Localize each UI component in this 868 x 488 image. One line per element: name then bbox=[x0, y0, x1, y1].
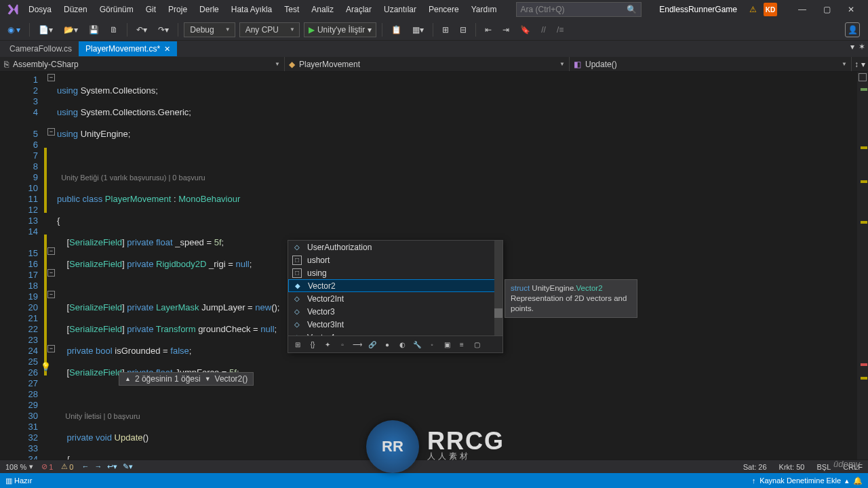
intel-item[interactable]: □ushort bbox=[288, 253, 502, 266]
filter-icon[interactable]: ◦ bbox=[427, 339, 437, 350]
sig-prev-icon[interactable]: ▲ bbox=[125, 375, 131, 382]
nav-assembly[interactable]: ⎘ Assembly-CSharp▼ bbox=[0, 57, 285, 71]
account-avatar[interactable]: KD bbox=[764, 3, 777, 16]
tb-icon-2[interactable]: ▦▾ bbox=[409, 23, 427, 37]
menu-test[interactable]: Test bbox=[279, 2, 304, 17]
close-button[interactable]: ✕ bbox=[840, 1, 863, 18]
lightbulb-icon[interactable]: 💡 bbox=[41, 362, 51, 371]
main-menu: Dosya Düzen Görünüm Git Proje Derle Hata… bbox=[23, 2, 502, 17]
tab-dropdown-icon[interactable]: ▾ bbox=[850, 42, 854, 52]
menu-edit[interactable]: Düzen bbox=[58, 2, 93, 17]
intel-item[interactable]: ◇Vector3 bbox=[288, 305, 502, 318]
save-all-button[interactable]: 🗎 bbox=[106, 23, 121, 37]
nav-back-icon[interactable]: ← bbox=[81, 462, 89, 471]
filter-icon[interactable]: ● bbox=[382, 339, 393, 350]
nav-fwd-icon[interactable]: → bbox=[94, 462, 102, 471]
tb-icon-1[interactable]: 📋 bbox=[388, 23, 405, 37]
nav-member[interactable]: ◧ Update()▼ bbox=[570, 57, 852, 71]
filter-icon[interactable]: ✦ bbox=[322, 339, 333, 350]
filter-icon[interactable]: ▣ bbox=[441, 339, 452, 350]
app-status-bar: ▥ Hazır ↑Kaynak Denetimine Ekle▴ 🔔 bbox=[0, 473, 868, 488]
menu-window[interactable]: Pencere bbox=[423, 2, 465, 17]
run-button[interactable]: ▶Unity'ye İliştir▾ bbox=[304, 22, 376, 37]
tb-icon-3[interactable]: ⊞ bbox=[439, 23, 452, 37]
menu-project[interactable]: Proje bbox=[163, 2, 193, 17]
filter-icon[interactable]: {} bbox=[307, 339, 318, 350]
notifications-icon[interactable]: 🔔 bbox=[853, 476, 863, 485]
filter-icon[interactable]: 🔗 bbox=[367, 339, 378, 350]
sig-next-icon[interactable]: ▼ bbox=[205, 375, 211, 382]
config-dropdown[interactable]: Debug▼ bbox=[184, 22, 235, 37]
tb-comment[interactable]: // bbox=[538, 23, 549, 37]
close-tab-icon[interactable]: ✕ bbox=[164, 45, 170, 54]
status-ready: ▥ Hazır bbox=[5, 476, 32, 485]
search-placeholder: Ara (Ctrl+Q) bbox=[521, 5, 565, 14]
menu-build[interactable]: Derle bbox=[194, 2, 224, 17]
tab-camerafollow[interactable]: CameraFollow.cs bbox=[3, 41, 79, 56]
tab-settings-icon[interactable]: ✶ bbox=[859, 42, 865, 52]
tb-bookmark[interactable]: 🔖 bbox=[517, 23, 534, 37]
nav-more-icon[interactable]: ▾ bbox=[861, 60, 865, 69]
search-box[interactable]: Ara (Ctrl+Q) 🔍 bbox=[516, 2, 642, 17]
tb-indent-out[interactable]: ⇤ bbox=[481, 23, 495, 37]
source-control-button[interactable]: ↑Kaynak Denetimine Ekle▴ 🔔 bbox=[752, 476, 863, 485]
filter-icon[interactable]: ⟶ bbox=[352, 339, 363, 350]
platform-dropdown[interactable]: Any CPU▼ bbox=[239, 22, 300, 37]
nav-pen-icon[interactable]: ✎▾ bbox=[123, 462, 133, 471]
intel-item-selected[interactable]: ◆Vector2 bbox=[288, 279, 502, 292]
status-ins: BŞL bbox=[816, 463, 831, 471]
intel-item[interactable]: ◇Vector3Int bbox=[288, 318, 502, 331]
overview-ruler[interactable] bbox=[857, 72, 868, 460]
menu-tools[interactable]: Araçlar bbox=[340, 2, 377, 17]
tb-icon-4[interactable]: ⊟ bbox=[456, 23, 470, 37]
filter-icon[interactable]: ▫ bbox=[337, 339, 348, 350]
filter-icon[interactable]: ◐ bbox=[397, 339, 408, 350]
intel-item[interactable]: ◇Vector2Int bbox=[288, 292, 502, 305]
intellisense-scrollbar[interactable] bbox=[494, 241, 502, 336]
nav-bar: ⎘ Assembly-CSharp▼ ◆ PlayerMovement▼ ◧ U… bbox=[0, 57, 868, 72]
open-button[interactable]: 📂▾ bbox=[60, 23, 81, 37]
filter-icon[interactable]: ▢ bbox=[471, 339, 482, 350]
tb-indent-in[interactable]: ⇥ bbox=[499, 23, 513, 37]
menu-file[interactable]: Dosya bbox=[23, 2, 57, 17]
intel-item[interactable]: □using bbox=[288, 266, 502, 279]
menu-view[interactable]: Görünüm bbox=[94, 2, 139, 17]
tab-playermovement[interactable]: PlayerMovement.cs*✕ bbox=[79, 41, 177, 56]
intel-item[interactable]: ◇Vector4 bbox=[288, 331, 502, 336]
menu-debug[interactable]: Hata Ayıkla bbox=[226, 2, 277, 17]
main-toolbar: ◉ ▾ 📄▾ 📂▾ 💾 🗎 ↶▾ ↷▾ Debug▼ Any CPU▼ ▶Uni… bbox=[0, 19, 868, 41]
intellisense-popup[interactable]: ◇UserAuthorization □ushort □using ◆Vecto… bbox=[288, 240, 503, 353]
status-col: Krkt: 50 bbox=[779, 463, 805, 471]
method-icon: ◧ bbox=[574, 60, 581, 69]
save-button[interactable]: 💾 bbox=[85, 23, 102, 37]
tb-uncomment[interactable]: /≡ bbox=[553, 23, 567, 37]
nav-last-icon[interactable]: ↩▾ bbox=[107, 462, 117, 471]
editor-status-bar: 108 %▾ ⊘1 ⚠0 ← → ↩▾ ✎▾ Sat: 26 Krkt: 50 … bbox=[0, 460, 868, 473]
error-count[interactable]: ⊘1 bbox=[41, 462, 53, 471]
zoom-control[interactable]: 108 %▾ bbox=[5, 462, 33, 471]
warning-icon[interactable]: ⚠ bbox=[749, 5, 757, 14]
back-nav-button[interactable]: ◉ ▾ bbox=[4, 23, 24, 37]
filter-icon[interactable]: ⊞ bbox=[292, 339, 303, 350]
menu-git[interactable]: Git bbox=[140, 2, 161, 17]
live-share-icon[interactable]: 👤 bbox=[845, 22, 860, 37]
menu-help[interactable]: Yardım bbox=[466, 2, 502, 17]
fold-margin: − − − − − − bbox=[47, 72, 57, 460]
minimize-button[interactable]: — bbox=[791, 1, 814, 18]
redo-button[interactable]: ↷▾ bbox=[155, 23, 172, 37]
vs-logo-icon bbox=[7, 3, 19, 16]
warning-count[interactable]: ⚠0 bbox=[61, 462, 73, 471]
filter-icon[interactable]: ≡ bbox=[456, 339, 467, 350]
nav-class[interactable]: ◆ PlayerMovement▼ bbox=[285, 57, 570, 71]
signature-help: ▲ 2 öğesinin 1 öğesi ▼ Vector2() bbox=[119, 372, 254, 386]
intel-item[interactable]: ◇UserAuthorization bbox=[288, 241, 502, 253]
new-item-button[interactable]: 📄▾ bbox=[35, 23, 56, 37]
title-bar: Dosya Düzen Görünüm Git Proje Derle Hata… bbox=[0, 0, 868, 19]
maximize-button[interactable]: ▢ bbox=[815, 1, 838, 18]
intellisense-list[interactable]: ◇UserAuthorization □ushort □using ◆Vecto… bbox=[288, 241, 502, 336]
menu-analyze[interactable]: Analiz bbox=[306, 2, 339, 17]
filter-icon[interactable]: 🔧 bbox=[412, 339, 422, 350]
nav-split-icon[interactable]: ↕ bbox=[854, 60, 859, 69]
undo-button[interactable]: ↶▾ bbox=[133, 23, 151, 37]
menu-extensions[interactable]: Uzantılar bbox=[378, 2, 422, 17]
